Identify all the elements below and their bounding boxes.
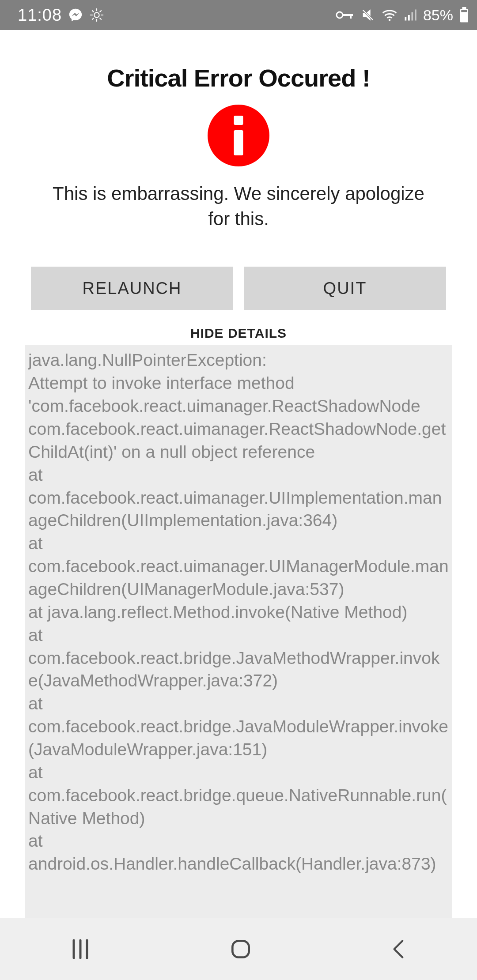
stack-line: at com.facebook.react.bridge.queue.Nativ… xyxy=(28,761,449,830)
navigation-bar xyxy=(0,918,477,980)
error-icon-wrap xyxy=(0,105,477,166)
svg-rect-21 xyxy=(461,10,467,12)
stack-line: at com.facebook.react.bridge.JavaModuleW… xyxy=(28,692,449,761)
stack-line: Attempt to invoke interface method 'com.… xyxy=(28,372,449,463)
messenger-icon xyxy=(68,8,83,23)
battery-icon xyxy=(459,7,469,23)
button-row: RELAUNCH QUIT xyxy=(0,267,477,310)
svg-line-7 xyxy=(92,18,94,19)
stack-line: at java.lang.reflect.Method.invoke(Nativ… xyxy=(28,601,449,624)
error-title: Critical Error Occured ! xyxy=(0,64,477,92)
svg-point-14 xyxy=(389,19,391,21)
svg-line-8 xyxy=(100,11,101,12)
stack-line: at com.facebook.react.uimanager.UIManage… xyxy=(28,532,449,601)
svg-point-9 xyxy=(337,12,343,18)
vpn-key-icon xyxy=(335,8,354,22)
info-error-icon xyxy=(208,105,269,166)
stack-line: at com.facebook.react.uimanager.UIImplem… xyxy=(28,464,449,532)
error-screen: Critical Error Occured ! This is embarra… xyxy=(0,64,477,928)
svg-rect-27 xyxy=(232,941,249,957)
sun-icon xyxy=(89,8,104,23)
svg-line-6 xyxy=(100,18,101,19)
recents-button[interactable] xyxy=(67,936,94,962)
svg-rect-11 xyxy=(350,14,352,19)
svg-rect-16 xyxy=(408,15,410,21)
signal-icon xyxy=(404,8,417,22)
mute-icon xyxy=(360,8,375,23)
status-right: 85% xyxy=(335,7,469,24)
svg-point-0 xyxy=(94,12,99,17)
svg-rect-18 xyxy=(415,10,416,21)
status-left: 11:08 xyxy=(18,6,104,25)
svg-line-5 xyxy=(92,11,94,12)
status-bar: 11:08 85% xyxy=(0,0,477,30)
battery-text: 85% xyxy=(423,7,453,24)
svg-rect-15 xyxy=(405,17,406,21)
stack-line: at com.facebook.react.bridge.JavaMethodW… xyxy=(28,624,449,693)
stack-trace[interactable]: java.lang.NullPointerException: Attempt … xyxy=(25,345,452,928)
stack-line: java.lang.NullPointerException: xyxy=(28,349,449,372)
quit-button[interactable]: QUIT xyxy=(244,267,446,310)
stack-line: at android.os.Handler.handleCallback(Han… xyxy=(28,829,449,875)
wifi-icon xyxy=(382,8,398,22)
back-button[interactable] xyxy=(388,936,410,962)
status-time: 11:08 xyxy=(18,6,62,25)
home-button[interactable] xyxy=(228,937,253,961)
svg-rect-19 xyxy=(462,7,466,9)
svg-rect-22 xyxy=(234,116,243,125)
hide-details-toggle[interactable]: HIDE DETAILS xyxy=(0,326,477,341)
apology-text: This is embarrassing. We sincerely apolo… xyxy=(0,181,477,231)
svg-rect-17 xyxy=(411,12,413,21)
svg-rect-23 xyxy=(234,130,243,155)
relaunch-button[interactable]: RELAUNCH xyxy=(31,267,233,310)
